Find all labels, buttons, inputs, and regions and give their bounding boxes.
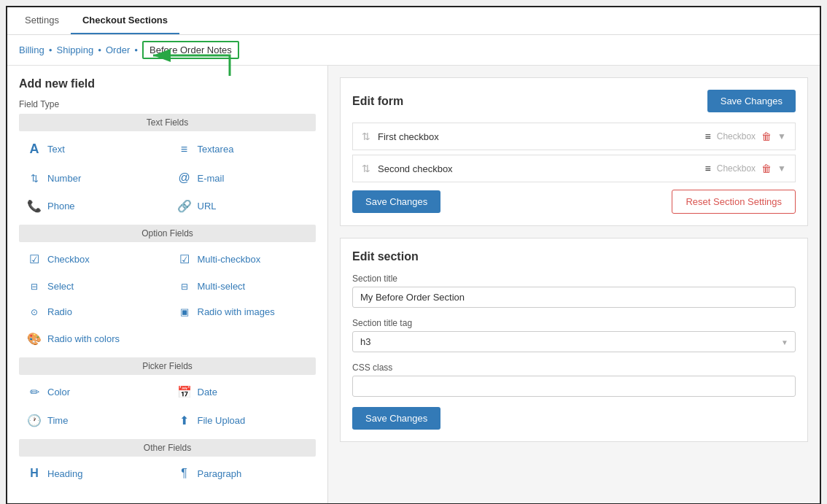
subnav-dot-3: ● bbox=[134, 47, 138, 53]
field-checkbox[interactable]: ☑ Checkbox bbox=[19, 247, 166, 272]
multi-checkbox-icon: ☑ bbox=[177, 252, 192, 266]
field-text-label: Text bbox=[47, 144, 65, 155]
row-type-2: Checkbox bbox=[717, 163, 756, 174]
subnav-dot-1: ● bbox=[49, 47, 53, 53]
field-radio[interactable]: ⊙ Radio bbox=[19, 301, 166, 323]
field-url-label: URL bbox=[198, 201, 217, 212]
field-file-upload-label: File Upload bbox=[198, 415, 246, 426]
css-class-label: CSS class bbox=[352, 363, 796, 373]
subnav-shipping[interactable]: Shipping bbox=[57, 44, 94, 55]
field-text[interactable]: A Text bbox=[19, 136, 166, 163]
delete-icon-2[interactable]: 🗑 bbox=[761, 163, 772, 174]
field-multi-select[interactable]: ⊟ Multi-select bbox=[169, 275, 317, 298]
option-fields-header: Option Fields bbox=[19, 225, 316, 242]
email-icon: @ bbox=[177, 171, 192, 185]
option-fields-grid: ☑ Checkbox ☑ Multi-checkbox ⊟ Select ⊟ M… bbox=[19, 247, 316, 352]
tab-settings[interactable]: Settings bbox=[13, 7, 71, 34]
subnav-billing[interactable]: Billing bbox=[19, 44, 44, 55]
field-paragraph[interactable]: ¶ Paragraph bbox=[169, 461, 317, 486]
subnav-order[interactable]: Order bbox=[106, 44, 130, 55]
delete-icon-1[interactable]: 🗑 bbox=[761, 131, 772, 142]
radio-icon: ⊙ bbox=[27, 307, 42, 317]
tab-checkout-sections[interactable]: Checkout Sections bbox=[71, 7, 179, 34]
main-layout: Add new field Field Type Text Fields A T… bbox=[7, 66, 820, 503]
edit-form-title: Edit form bbox=[352, 95, 403, 108]
edit-form-save-btn-bottom[interactable]: Save Changes bbox=[352, 190, 440, 213]
other-fields-header: Other Fields bbox=[19, 439, 316, 457]
field-color[interactable]: ✏ Color bbox=[19, 379, 166, 405]
field-heading[interactable]: H Heading bbox=[19, 461, 166, 486]
table-row: ⇅ First checkbox ≡ Checkbox 🗑 ▼ bbox=[352, 123, 796, 150]
field-radio-label: Radio bbox=[47, 306, 72, 317]
field-multi-select-label: Multi-select bbox=[198, 281, 246, 292]
field-number-label: Number bbox=[47, 173, 81, 184]
field-time-label: Time bbox=[47, 415, 68, 426]
row-type-1: Checkbox bbox=[717, 131, 756, 141]
number-icon: ⇅ bbox=[27, 173, 42, 184]
field-email-label: E-mail bbox=[198, 173, 225, 184]
left-panel: Add new field Field Type Text Fields A T… bbox=[7, 66, 328, 503]
field-radio-images-label: Radio with images bbox=[198, 306, 275, 317]
heading-icon: H bbox=[27, 467, 42, 480]
section-title-tag-select[interactable]: h1 h2 h3 h4 h5 h6 div span p bbox=[352, 331, 796, 352]
row-actions: ≡ Checkbox 🗑 ▼ bbox=[705, 131, 786, 142]
section-title-tag-group: Section title tag h1 h2 h3 h4 h5 h6 div … bbox=[352, 318, 796, 352]
field-phone[interactable]: 📞 Phone bbox=[19, 193, 166, 219]
edit-form-footer: Save Changes Reset Section Settings bbox=[352, 190, 796, 214]
edit-form-box: Edit form Save Changes ⇅ First checkbox … bbox=[340, 77, 808, 226]
field-file-upload[interactable]: ⬆ File Upload bbox=[169, 408, 317, 433]
textarea-icon: ≡ bbox=[177, 143, 192, 156]
edit-section-save-btn[interactable]: Save Changes bbox=[352, 407, 440, 430]
color-icon: ✏ bbox=[27, 385, 42, 399]
table-row: ⇅ Second checkbox ≡ Checkbox 🗑 ▼ bbox=[352, 155, 796, 182]
css-class-input[interactable] bbox=[352, 376, 796, 397]
phone-icon: 📞 bbox=[27, 199, 42, 213]
row-label-first-checkbox: First checkbox bbox=[378, 131, 698, 142]
edit-section-title: Edit section bbox=[352, 250, 796, 263]
sort-icon[interactable]: ⇅ bbox=[362, 131, 370, 142]
radio-images-icon: ▣ bbox=[177, 306, 192, 317]
section-title-label: Section title bbox=[352, 274, 796, 284]
field-phone-label: Phone bbox=[47, 201, 75, 212]
edit-form-save-btn[interactable]: Save Changes bbox=[707, 90, 796, 112]
right-panel: Edit form Save Changes ⇅ First checkbox … bbox=[328, 66, 820, 503]
section-title-input[interactable] bbox=[352, 287, 796, 308]
field-radio-with-colors[interactable]: 🎨 Radio with colors bbox=[19, 326, 316, 352]
tab-bar: Settings Checkout Sections bbox=[7, 7, 820, 35]
multi-select-icon: ⊟ bbox=[177, 282, 192, 292]
select-icon: ⊟ bbox=[27, 282, 42, 292]
field-multi-checkbox[interactable]: ☑ Multi-checkbox bbox=[169, 247, 317, 272]
row-actions-2: ≡ Checkbox 🗑 ▼ bbox=[705, 163, 786, 174]
field-multi-checkbox-label: Multi-checkbox bbox=[198, 254, 261, 265]
field-email[interactable]: @ E-mail bbox=[169, 166, 317, 190]
field-textarea[interactable]: ≡ Textarea bbox=[169, 136, 317, 163]
field-type-label: Field Type bbox=[19, 99, 316, 109]
time-icon: 🕐 bbox=[27, 414, 42, 427]
url-icon: 🔗 bbox=[177, 199, 192, 213]
chevron-icon-1[interactable]: ▼ bbox=[777, 131, 786, 141]
file-upload-icon: ⬆ bbox=[177, 414, 192, 427]
section-title-tag-select-wrapper: h1 h2 h3 h4 h5 h6 div span p bbox=[352, 331, 796, 352]
chevron-icon-2[interactable]: ▼ bbox=[777, 163, 786, 174]
other-fields-grid: H Heading ¶ Paragraph bbox=[19, 461, 316, 486]
field-radio-colors-label: Radio with colors bbox=[47, 333, 120, 344]
field-textarea-label: Textarea bbox=[198, 144, 234, 155]
checkbox-icon: ☑ bbox=[27, 252, 42, 266]
field-url[interactable]: 🔗 URL bbox=[169, 193, 317, 219]
text-fields-header: Text Fields bbox=[19, 114, 316, 131]
sort-icon-2[interactable]: ⇅ bbox=[362, 163, 370, 174]
list-icon-1: ≡ bbox=[705, 131, 711, 142]
field-time[interactable]: 🕐 Time bbox=[19, 408, 166, 433]
reset-section-settings-btn[interactable]: Reset Section Settings bbox=[672, 190, 796, 214]
field-heading-label: Heading bbox=[47, 468, 82, 479]
field-select[interactable]: ⊟ Select bbox=[19, 275, 166, 298]
picker-fields-header: Picker Fields bbox=[19, 357, 316, 375]
section-title-tag-label: Section title tag bbox=[352, 318, 796, 328]
edit-form-header: Edit form Save Changes bbox=[352, 90, 796, 112]
field-date[interactable]: 📅 Date bbox=[169, 379, 317, 405]
list-icon-2: ≡ bbox=[705, 163, 711, 174]
field-number[interactable]: ⇅ Number bbox=[19, 166, 166, 190]
paragraph-icon: ¶ bbox=[177, 467, 192, 480]
field-radio-with-images[interactable]: ▣ Radio with images bbox=[169, 301, 317, 323]
text-icon: A bbox=[27, 141, 42, 157]
